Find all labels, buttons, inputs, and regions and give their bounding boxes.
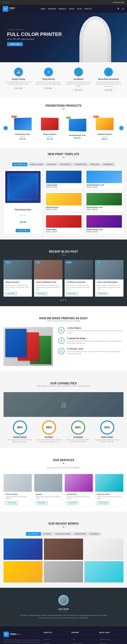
wdot-3: [65, 526, 66, 528]
search-icon[interactable]: 🔍: [117, 8, 120, 10]
cart-icon[interactable]: 🛒: [122, 8, 124, 10]
navbar: P PRINT SHOP HOME SHOPPING PRODUCT ABOUT…: [0, 5, 127, 13]
product-name-2: Handy Business Card: [67, 134, 88, 136]
product-name-1: Simpler Business: [39, 133, 60, 135]
works-grid: [3, 538, 124, 582]
works-tab-stationery[interactable]: STATIONERY: [88, 532, 101, 536]
nav-about[interactable]: ABOUT: [69, 8, 75, 10]
tpl-name-3: Square Business Card: [86, 206, 122, 208]
works-tab-leaflets[interactable]: LEAFLETS & FLYERS: [53, 532, 72, 536]
biz-v5: [46, 215, 82, 228]
googleplus-icon[interactable]: g+: [6, 2, 7, 3]
tab-flyers[interactable]: FLYERS & FLYERS: [28, 162, 45, 166]
wdot-2: [63, 526, 64, 528]
works-tab-presentation[interactable]: PRESENTATION: [73, 532, 88, 536]
blog-link-1[interactable]: READ MORE: [36, 292, 47, 295]
service-btn-3[interactable]: LEARN MORE: [97, 501, 109, 504]
bdot-1: [61, 254, 62, 256]
product-price-1: $27.99: [39, 138, 60, 140]
footer-link-faq[interactable]: FAQ: [71, 639, 75, 640]
footer-link-about[interactable]: About Us: [44, 639, 51, 640]
template-section: NEW PRINT TEMPLATE ALL PRODUCTS FLYERS &…: [0, 147, 127, 240]
step-content-0: 1. Select Options Lorem Ipsum is the pri…: [67, 327, 124, 334]
tab-stationery[interactable]: STATIONERY: [45, 162, 58, 166]
nav-shopping[interactable]: SHOPPING: [48, 8, 56, 10]
works-tab-all[interactable]: ALL PROJECTS: [26, 532, 41, 536]
dot-1: [61, 108, 62, 110]
tab-3d[interactable]: 3D PRODUCTS: [58, 162, 73, 166]
service-btn-2[interactable]: LEARN MORE: [67, 501, 79, 504]
how-image: [3, 327, 53, 366]
feature-moneyback-link[interactable]: READ MORE: [103, 88, 115, 92]
blog-img-1: TIPS: [34, 260, 62, 280]
blog-section: RECENT BLOG POST BLOG Elegant postcards …: [0, 240, 127, 306]
facebook-icon[interactable]: f: [3, 2, 3, 3]
footer-link-portfolio[interactable]: Portfolio: [44, 643, 50, 644]
tpl-name-4: Product Matrix: [46, 229, 82, 230]
how-step-0: ⚙ 1. Select Options Lorem Ipsum is the p…: [58, 327, 124, 334]
nav-blog[interactable]: BLOG: [77, 8, 82, 10]
slider-prev[interactable]: ‹: [3, 126, 8, 130]
work-item-4: [44, 561, 83, 582]
service-desc-2: Lorem Ipsum is simply dummy text of the …: [67, 496, 91, 499]
logo[interactable]: P PRINT SHOP: [3, 6, 15, 12]
feature-delivery: ✈ Timely Delivery We know the rules. Fre…: [35, 68, 62, 90]
cap-item-1: 95% 3D PRINT You so much Desiander Defau…: [36, 420, 62, 443]
feature-delivery-link[interactable]: READ MORE: [42, 87, 54, 90]
blog-excerpt-0: Quisque viverra leo libero quam varius o…: [5, 284, 30, 290]
tab-all-products[interactable]: ALL PRODUCTS: [12, 162, 27, 166]
tab-ecommerce[interactable]: ECOMMERCE: [101, 162, 115, 166]
service-btn-0[interactable]: LEARN MORE: [5, 501, 18, 504]
footer-links-1: FAQ Submit a Ticket Terms & Conditions P…: [71, 638, 96, 644]
works-header: OUR RECENT WORKS: [3, 517, 124, 532]
blog-link-3[interactable]: READ MORE: [97, 292, 108, 295]
service-btn-1[interactable]: READ MORE: [36, 501, 47, 504]
blog-img-2: BLOG: [65, 260, 93, 280]
hero-person-shape: [79, 16, 111, 62]
feature-eco-link[interactable]: READ MORE: [73, 88, 85, 92]
works-tab-3d[interactable]: 3D WORKS: [41, 532, 53, 536]
cap-item-desc-3: Photography without designing the design…: [94, 439, 121, 443]
service-body-0: GRAPHIC DESIGN Up to the standard of the…: [4, 492, 32, 506]
feature-quality-link[interactable]: READ MORE: [12, 87, 24, 90]
social-links[interactable]: f t g+ in: [3, 2, 10, 3]
template-add-to-cart[interactable]: ADD TO CART: [16, 229, 30, 232]
blog-dot-3[interactable]: [65, 300, 67, 301]
product-price-3: $25.00: [94, 138, 115, 140]
service-desc-0: Up to the standard of the latest printin…: [5, 496, 30, 499]
tpl-price-0: $19.00 · $15.00: [46, 186, 82, 188]
blog-dot-2[interactable]: [63, 300, 64, 301]
tab-presentation[interactable]: PRESENTATION: [73, 162, 88, 166]
slider-next[interactable]: ›: [119, 126, 124, 130]
products-slider: ‹ SALE Travel Agency Flyer $12.99 $10.99…: [3, 114, 124, 142]
blog-dot-1[interactable]: [60, 300, 62, 301]
how-content: ⚙ 1. Select Options Lorem Ipsum is the p…: [3, 327, 124, 366]
footer-links-0: About Us Portfolio Blog Contact Us Suppo…: [44, 638, 68, 644]
linkedin-icon[interactable]: in: [8, 2, 10, 3]
product-name-3: Standard Postcard: [94, 133, 115, 135]
product-visual-1: [41, 118, 59, 130]
product-img-3: [94, 116, 115, 132]
footer-col-title-0: ABOUT US: [44, 632, 68, 635]
nav-contact[interactable]: CONTACT: [84, 8, 92, 10]
avatar-image: [59, 596, 68, 604]
logo-icon: P: [3, 6, 8, 12]
nav-home[interactable]: HOME: [41, 8, 45, 10]
nav-product[interactable]: PRODUCT: [59, 8, 67, 10]
blog-link-2[interactable]: READ MORE: [66, 292, 78, 295]
product-card-0: SALE Travel Agency Flyer $12.99 $10.99: [10, 114, 35, 142]
hero-cta-button[interactable]: ORDER NOW: [7, 42, 23, 46]
twitter-icon[interactable]: t: [4, 2, 5, 3]
step-desc-2: Track the information you can do for you…: [67, 350, 124, 355]
dot-2: [63, 108, 64, 110]
footer-link-bizcards[interactable]: Business Cards: [99, 639, 110, 640]
product-visual-2: [69, 118, 86, 132]
tab-brochure[interactable]: BROCHURE: [89, 162, 101, 166]
footer-link-postcards[interactable]: Postcards: [99, 643, 107, 644]
blog-link-0[interactable]: READ MORE: [5, 292, 17, 295]
service-card-3: FREE FILE CHECK Our professionals will c…: [95, 474, 124, 506]
testimonial-avatar: [58, 595, 69, 606]
how-image-visual: [3, 327, 53, 366]
tpl-card-4: Product Matrix $14.00 · $20.00: [44, 214, 83, 234]
footer-link-ticket[interactable]: Submit a Ticket: [71, 643, 82, 644]
